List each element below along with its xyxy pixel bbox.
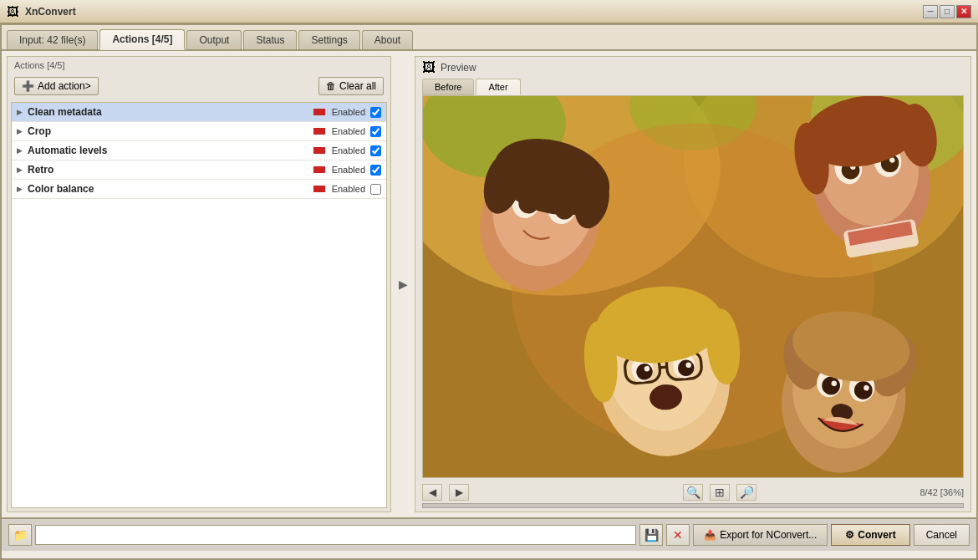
svg-rect-58 xyxy=(423,96,963,477)
export-button[interactable]: 📤 Export for NConvert... xyxy=(693,524,828,546)
action-status: Enabled xyxy=(332,165,365,175)
action-row[interactable]: ▶ Crop Enabled xyxy=(12,122,386,141)
preview-canvas xyxy=(423,96,963,477)
action-enabled-checkbox[interactable] xyxy=(370,126,381,137)
open-folder-button[interactable]: 📁 xyxy=(8,524,32,546)
action-enabled-checkbox[interactable] xyxy=(370,184,381,195)
expand-arrow-icon: ▶ xyxy=(17,185,23,193)
remove-action-icon[interactable] xyxy=(313,128,325,135)
zoom-in-button[interactable]: 🔍 xyxy=(683,484,703,501)
app-icon: 🖼 xyxy=(7,5,20,18)
preview-info: 8/42 [36%] xyxy=(763,487,964,497)
prev-image-button[interactable]: ◀ xyxy=(422,484,442,501)
window-controls: ─ □ ✕ xyxy=(923,5,971,18)
preview-header: 🖼 Preview xyxy=(415,57,970,79)
delete-button[interactable]: ✕ xyxy=(666,524,690,546)
actions-list: ▶ Clean metadata Enabled ▶ Crop Enabled … xyxy=(11,102,387,508)
action-row[interactable]: ▶ Clean metadata Enabled xyxy=(12,103,386,122)
action-enabled-checkbox[interactable] xyxy=(370,107,381,118)
expand-arrow-icon: ▶ xyxy=(17,108,23,116)
preview-scrollbar[interactable] xyxy=(422,503,964,508)
preview-toolbar: ◀ ▶ 🔍 ⊞ 🔎 8/42 [36%] xyxy=(415,481,970,503)
preview-image-area xyxy=(422,95,964,478)
path-input[interactable] xyxy=(35,525,636,545)
clear-icon: 🗑 xyxy=(326,80,336,92)
left-panel: Actions [4/5] ➕ Add action> 🗑 Clear all … xyxy=(7,56,391,512)
tab-input[interactable]: Input: 42 file(s) xyxy=(7,30,98,49)
expand-arrow-icon: ▶ xyxy=(17,165,23,174)
tab-about[interactable]: About xyxy=(362,30,413,49)
expand-arrow-icon: ▶ xyxy=(17,127,23,135)
clear-all-button[interactable]: 🗑 Clear all xyxy=(318,77,384,95)
action-row[interactable]: ▶ Retro Enabled xyxy=(12,160,386,180)
remove-action-icon[interactable] xyxy=(313,186,325,192)
preview-icon: 🖼 xyxy=(422,60,436,75)
panel-splitter[interactable]: ▶ xyxy=(396,56,410,512)
right-panel: 🖼 Preview Before After xyxy=(415,56,971,512)
action-status: Enabled xyxy=(332,184,365,194)
action-name: Retro xyxy=(28,164,313,176)
close-button[interactable]: ✕ xyxy=(956,5,971,18)
preview-label: Preview xyxy=(441,62,476,74)
action-enabled-checkbox[interactable] xyxy=(370,145,381,156)
action-enabled-checkbox[interactable] xyxy=(370,165,381,176)
action-row[interactable]: ▶ Color balance Enabled xyxy=(12,180,386,199)
fit-zoom-button[interactable]: ⊞ xyxy=(710,484,730,501)
convert-button[interactable]: ⚙ Convert xyxy=(831,524,909,546)
maximize-button[interactable]: □ xyxy=(940,5,955,18)
tab-bar: Input: 42 file(s) Actions [4/5] Output S… xyxy=(2,25,976,51)
remove-action-icon[interactable] xyxy=(313,166,325,173)
add-icon: ➕ xyxy=(22,80,34,92)
action-name: Clean metadata xyxy=(28,106,313,118)
tab-settings[interactable]: Settings xyxy=(298,30,359,49)
tab-status[interactable]: Status xyxy=(243,30,297,49)
preview-tab-before[interactable]: Before xyxy=(422,79,474,95)
action-status: Enabled xyxy=(332,145,365,155)
panel-title: Actions [4/5] xyxy=(8,57,390,74)
preview-tab-after[interactable]: After xyxy=(476,79,520,95)
bottom-bar: 📁 💾 ✕ 📤 Export for NConvert... ⚙ Convert… xyxy=(2,517,976,551)
cancel-button[interactable]: Cancel xyxy=(914,524,970,546)
action-row[interactable]: ▶ Automatic levels Enabled xyxy=(12,141,386,160)
tab-actions[interactable]: Actions [4/5] xyxy=(99,29,185,50)
action-name: Automatic levels xyxy=(28,145,313,156)
export-icon: 📤 xyxy=(704,529,716,541)
convert-icon: ⚙ xyxy=(845,529,854,541)
action-status: Enabled xyxy=(332,126,365,136)
expand-arrow-icon: ▶ xyxy=(17,146,23,155)
action-name: Color balance xyxy=(28,183,313,195)
main-window: Input: 42 file(s) Actions [4/5] Output S… xyxy=(0,23,978,560)
action-name: Crop xyxy=(28,125,313,137)
titlebar: 🖼 XnConvert ─ □ ✕ xyxy=(0,0,978,23)
action-status: Enabled xyxy=(332,107,365,117)
add-action-button[interactable]: ➕ Add action> xyxy=(14,77,99,95)
next-image-button[interactable]: ▶ xyxy=(449,484,469,501)
save-button[interactable]: 💾 xyxy=(639,524,663,546)
minimize-button[interactable]: ─ xyxy=(923,5,938,18)
panel-toolbar: ➕ Add action> 🗑 Clear all xyxy=(8,74,390,99)
remove-action-icon[interactable] xyxy=(313,109,325,115)
zoom-out-button[interactable]: 🔎 xyxy=(736,484,756,501)
app-title: XnConvert xyxy=(25,6,923,18)
remove-action-icon[interactable] xyxy=(313,147,325,154)
content-area: Actions [4/5] ➕ Add action> 🗑 Clear all … xyxy=(2,51,976,517)
preview-tab-bar: Before After xyxy=(415,79,970,95)
tab-output[interactable]: Output xyxy=(186,30,242,49)
